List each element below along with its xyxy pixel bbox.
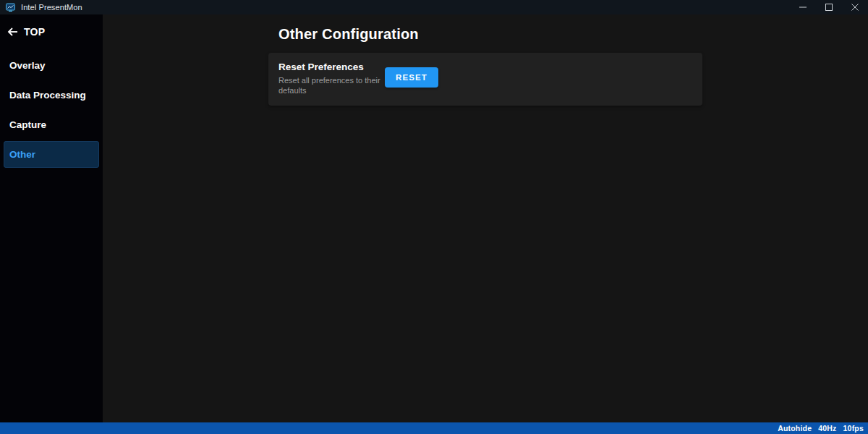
maximize-icon [825, 4, 833, 11]
sidebar-item-label: Overlay [9, 60, 46, 71]
minimize-icon [799, 4, 807, 11]
maximize-button[interactable] [816, 0, 842, 14]
status-bar: Autohide 40Hz 10fps [0, 422, 868, 434]
status-refresh-rate: 40Hz [818, 424, 836, 433]
status-fps: 10fps [843, 424, 864, 433]
sidebar-item-overlay[interactable]: Overlay [4, 51, 99, 80]
back-arrow-icon [7, 26, 19, 38]
back-nav-top[interactable]: TOP [0, 22, 103, 41]
sidebar: TOP Overlay Data Processing Capture Othe… [0, 14, 103, 422]
page-title: Other Configuration [278, 26, 702, 43]
minimize-button[interactable] [790, 0, 816, 14]
reset-preferences-title: Reset Preferences [278, 61, 385, 72]
close-button[interactable] [842, 0, 868, 14]
close-icon [851, 4, 859, 11]
sidebar-item-label: Capture [9, 119, 46, 130]
reset-preferences-text-block: Reset Preferences Reset all preferences … [278, 61, 385, 95]
window-title: Intel PresentMon [21, 3, 82, 12]
sidebar-item-capture[interactable]: Capture [4, 110, 99, 140]
body-row: TOP Overlay Data Processing Capture Othe… [0, 14, 868, 422]
reset-button[interactable]: RESET [385, 67, 438, 88]
reset-preferences-card: Reset Preferences Reset all preferences … [268, 53, 702, 106]
sidebar-item-data-processing[interactable]: Data Processing [4, 80, 99, 110]
presentmon-app-icon [6, 3, 15, 12]
main-content: Other Configuration Reset Preferences Re… [103, 14, 868, 422]
sidebar-item-label: Data Processing [9, 90, 86, 101]
app-window: Intel PresentMon [0, 0, 868, 434]
back-nav-label: TOP [24, 26, 45, 38]
title-bar: Intel PresentMon [0, 0, 868, 14]
reset-preferences-subtitle: Reset all preferences to their defaults [278, 75, 385, 95]
sidebar-nav-list: Overlay Data Processing Capture Other [0, 51, 103, 168]
status-autohide: Autohide [778, 424, 812, 433]
sidebar-item-other[interactable]: Other [4, 141, 99, 168]
content-column: Other Configuration Reset Preferences Re… [268, 26, 702, 106]
sidebar-item-label: Other [9, 149, 35, 160]
